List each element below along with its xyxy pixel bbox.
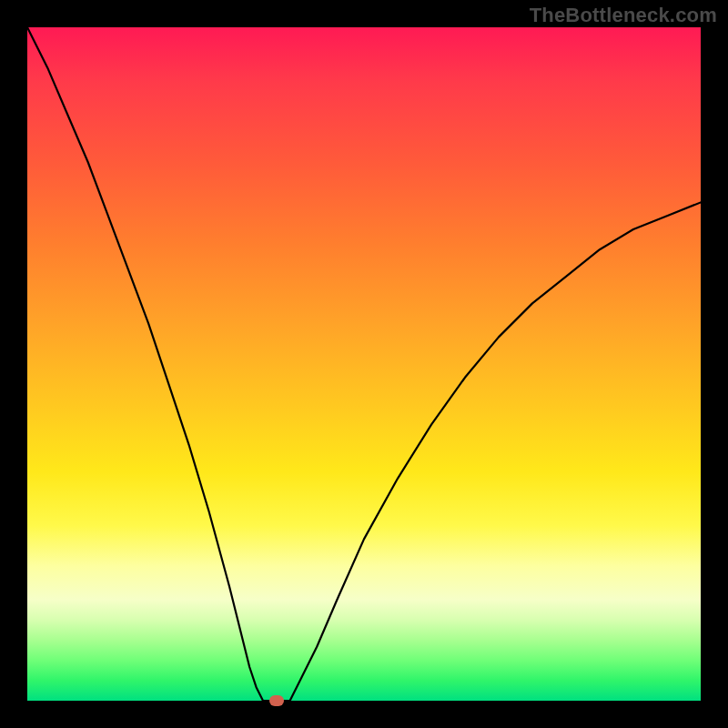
watermark-text: TheBottleneck.com — [530, 4, 717, 27]
optimal-point-marker — [269, 695, 284, 706]
bottleneck-curve — [27, 27, 701, 701]
chart-frame — [27, 27, 701, 701]
